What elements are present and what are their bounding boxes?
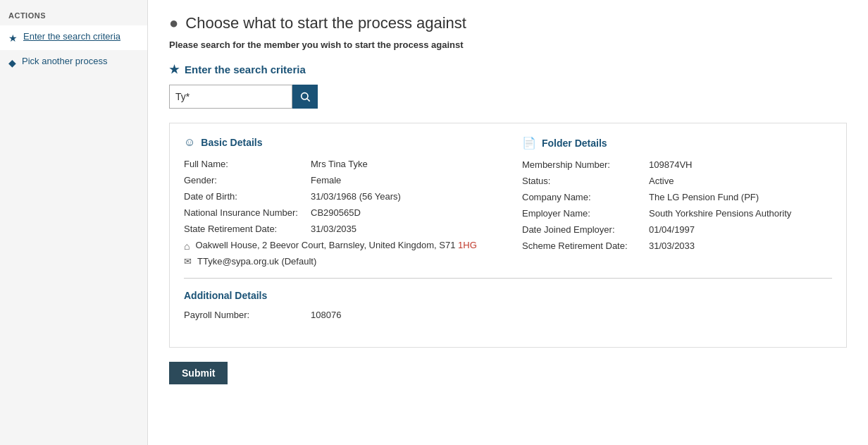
search-input-wrapper: × (169, 85, 292, 109)
svg-point-0 (302, 93, 308, 99)
fullname-value: Mrs Tina Tyke (311, 159, 368, 169)
sidebar-item-enter-search-criteria[interactable]: ★ Enter the search criteria (0, 25, 147, 50)
star-icon: ★ (8, 32, 18, 44)
address-row: ⌂ Oakwell House, 2 Beevor Court, Barnsle… (184, 240, 494, 252)
divider (184, 278, 832, 279)
gender-row: Gender: Female (184, 175, 494, 185)
folder-details-section: 📄 Folder Details Membership Number: 1098… (522, 136, 832, 267)
sidebar-item-pick-another-process[interactable]: ◆ Pick another process (0, 50, 147, 75)
address-value: Oakwell House, 2 Beevor Court, Barnsley,… (195, 240, 476, 250)
search-star-icon: ★ (169, 63, 179, 76)
person-icon: ☺ (184, 136, 195, 149)
sidebar-title: ACTIONS (0, 7, 147, 25)
scheme-retirement-value: 31/03/2033 (649, 240, 695, 251)
srd-label: State Retirement Date: (184, 224, 311, 234)
folder-details-heading: 📄 Folder Details (522, 136, 832, 150)
basic-details-heading: ☺ Basic Details (184, 136, 494, 149)
membership-value: 109874VH (649, 159, 692, 170)
pick-another-process-label: Pick another process (22, 56, 107, 68)
company-row: Company Name: The LG Pension Fund (PF) (522, 192, 832, 202)
dob-label: Date of Birth: (184, 191, 311, 202)
page-title-row: ● Choose what to start the process again… (169, 14, 847, 32)
employer-label: Employer Name: (522, 208, 649, 219)
search-button[interactable] (292, 85, 318, 109)
fullname-label: Full Name: (184, 159, 311, 169)
address-highlight: 1HG (458, 240, 477, 250)
company-label: Company Name: (522, 192, 649, 202)
date-joined-label: Date Joined Employer: (522, 224, 649, 235)
date-joined-value: 01/04/1997 (649, 224, 695, 235)
page-subtitle: Please search for the member you wish to… (169, 39, 847, 50)
svg-line-1 (307, 99, 310, 102)
status-row: Status: Active (522, 176, 832, 186)
gender-value: Female (311, 175, 341, 185)
main-content: ● Choose what to start the process again… (148, 0, 868, 445)
details-row: ☺ Basic Details Full Name: Mrs Tina Tyke… (184, 136, 832, 267)
search-heading: ★ Enter the search criteria (169, 63, 847, 76)
nin-row: National Insurance Number: CB290565D (184, 207, 494, 218)
basic-details-title: Basic Details (201, 137, 262, 148)
nin-label: National Insurance Number: (184, 207, 311, 218)
additional-details-section: Additional Details Payroll Number: 10807… (184, 290, 832, 320)
additional-details-heading: Additional Details (184, 290, 832, 301)
payroll-row: Payroll Number: 108076 (184, 310, 832, 320)
company-value: The LG Pension Fund (PF) (649, 192, 759, 202)
search-bar: × (169, 85, 847, 109)
status-value: Active (649, 176, 674, 186)
nin-value: CB290565D (311, 207, 361, 218)
payroll-label: Payroll Number: (184, 310, 311, 320)
payroll-value: 108076 (311, 310, 341, 320)
scheme-retirement-row: Scheme Retirement Date: 31/03/2033 (522, 240, 832, 251)
employer-value: South Yorkshire Pensions Authority (649, 208, 791, 219)
globe-icon: ● (169, 14, 178, 32)
enter-search-criteria-link[interactable]: Enter the search criteria (23, 31, 120, 43)
email-row: ✉ TTyke@sypa.org.uk (Default) (184, 256, 494, 267)
dob-value: 31/03/1968 (56 Years) (311, 191, 401, 202)
home-icon: ⌂ (184, 240, 190, 252)
page-title: Choose what to start the process against (185, 14, 466, 32)
srd-row: State Retirement Date: 31/03/2035 (184, 224, 494, 234)
status-label: Status: (522, 176, 649, 186)
submit-button[interactable]: Submit (169, 362, 228, 384)
email-icon: ✉ (184, 256, 192, 267)
diamond-icon: ◆ (8, 56, 16, 69)
employer-row: Employer Name: South Yorkshire Pensions … (522, 208, 832, 219)
scheme-retirement-label: Scheme Retirement Date: (522, 240, 649, 251)
gender-label: Gender: (184, 175, 311, 185)
fullname-row: Full Name: Mrs Tina Tyke (184, 159, 494, 169)
search-input[interactable] (175, 91, 299, 102)
dob-row: Date of Birth: 31/03/1968 (56 Years) (184, 191, 494, 202)
membership-row: Membership Number: 109874VH (522, 159, 832, 170)
folder-icon: 📄 (522, 136, 536, 150)
email-value: TTyke@sypa.org.uk (Default) (197, 256, 316, 267)
basic-details-section: ☺ Basic Details Full Name: Mrs Tina Tyke… (184, 136, 494, 267)
date-joined-row: Date Joined Employer: 01/04/1997 (522, 224, 832, 235)
result-card: ☺ Basic Details Full Name: Mrs Tina Tyke… (169, 123, 847, 348)
search-icon (299, 91, 311, 102)
sidebar: ACTIONS ★ Enter the search criteria ◆ Pi… (0, 0, 148, 445)
search-heading-label: Enter the search criteria (185, 63, 306, 75)
membership-label: Membership Number: (522, 159, 649, 170)
folder-details-title: Folder Details (542, 138, 607, 149)
srd-value: 31/03/2035 (311, 224, 356, 234)
